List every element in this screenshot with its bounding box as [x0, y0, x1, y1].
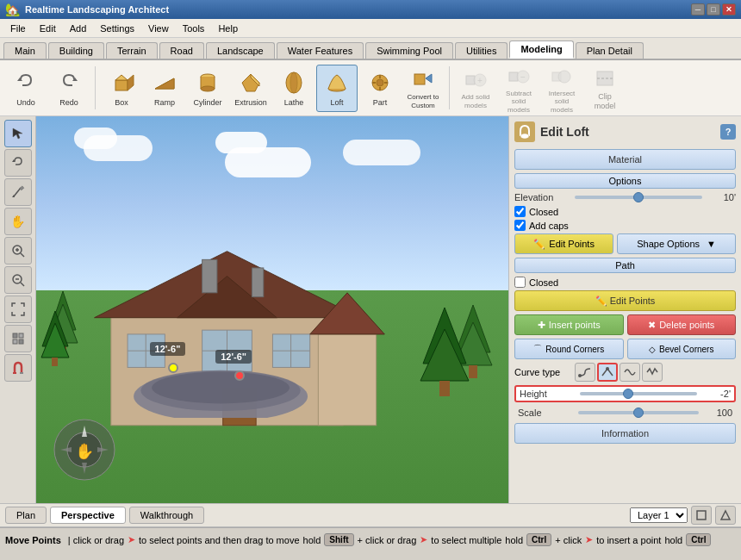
curve-btn-3[interactable] [620, 363, 640, 382]
add-solid-button[interactable]: + Add solidmodels [455, 65, 496, 112]
closed-shape-checkbox[interactable] [514, 206, 526, 217]
loft-button[interactable]: Loft [316, 65, 358, 112]
tree-right-2 [419, 303, 470, 407]
cylinder-button[interactable]: Cylinder [187, 65, 228, 112]
svg-rect-41 [13, 333, 17, 338]
height-row: Height -2' [514, 385, 736, 402]
curve-btn-4[interactable] [642, 363, 663, 382]
tab-utilities[interactable]: Utilities [455, 42, 507, 59]
shape-buttons-row: ✏️ Edit Points Shape Options ▼ [514, 233, 736, 254]
magnet-tool[interactable] [4, 354, 32, 382]
cloud-5 [343, 140, 420, 165]
closed-path-checkbox[interactable] [514, 277, 526, 288]
round-corners-button[interactable]: ⌒ Round Corners [514, 339, 624, 359]
closed-path-row: Closed [514, 277, 736, 288]
undo-button[interactable]: Undo [5, 65, 47, 112]
layer-dropdown[interactable]: Layer 1 [630, 507, 688, 523]
edit-points-shape-button[interactable]: ✏️ Edit Points [514, 233, 613, 254]
pencil-tool[interactable] [4, 178, 32, 206]
shift-key: Shift [324, 533, 353, 546]
ramp-icon [151, 69, 178, 96]
status-text-5: + click [555, 535, 582, 545]
help-button[interactable]: ? [720, 124, 736, 140]
menu-file[interactable]: File [3, 22, 33, 35]
menu-add[interactable]: Add [63, 22, 94, 35]
curve-btn-1[interactable] [575, 363, 595, 382]
layer-btn-2[interactable] [715, 506, 736, 525]
closed-shape-row: Closed [514, 206, 736, 217]
status-text-4: to select multiple [431, 535, 501, 545]
measure-dot-red [234, 370, 245, 381]
tab-pool[interactable]: Swimming Pool [365, 42, 453, 59]
menu-tools[interactable]: Tools [176, 22, 212, 35]
edit-points-path-button[interactable]: ✏️ Edit Points [514, 290, 736, 311]
box-button[interactable]: Box [101, 65, 142, 112]
hand-tool[interactable]: ✋ [4, 208, 32, 235]
convert-button[interactable]: Convert toCustom [402, 65, 444, 112]
tab-water[interactable]: Water Features [277, 42, 364, 59]
intersect-button[interactable]: Intersect solidmodels [541, 65, 582, 112]
tab-modeling[interactable]: Modeling [509, 40, 573, 59]
svg-marker-6 [155, 78, 174, 89]
bevel-icon: ◇ [649, 345, 656, 354]
material-button[interactable]: Material [514, 149, 736, 170]
tab-road[interactable]: Road [159, 42, 204, 59]
insert-points-button[interactable]: ✚ Insert points [514, 314, 624, 335]
loft-label: Loft [330, 98, 343, 108]
scale-row: Scale 100 [514, 406, 736, 420]
redo-button[interactable]: Redo [48, 65, 90, 112]
tab-plan-detail[interactable]: Plan Detail [576, 42, 644, 59]
scale-slider[interactable] [578, 411, 699, 414]
svg-point-9 [201, 86, 215, 91]
tab-walkthrough[interactable]: Walkthrough [129, 507, 204, 524]
menu-view[interactable]: View [141, 22, 176, 35]
add-caps-checkbox[interactable] [514, 220, 526, 231]
curve-btn-2[interactable] [597, 363, 618, 382]
clip-icon [591, 65, 619, 90]
subtract-button[interactable]: − Subtract solidmodels [498, 65, 539, 112]
svg-text:✋: ✋ [75, 442, 95, 461]
elevation-slider[interactable] [575, 196, 702, 199]
tab-perspective[interactable]: Perspective [50, 507, 126, 524]
redo-label: Redo [59, 98, 78, 108]
svg-text:+: + [477, 76, 483, 85]
zoom-in-tool[interactable] [4, 237, 32, 264]
subtract-icon: − [505, 62, 532, 88]
clip-label: Clip model [587, 92, 623, 111]
bevel-corners-button[interactable]: ◇ Bevel Corners [627, 339, 737, 359]
scale-label: Scale [518, 408, 578, 418]
close-button[interactable]: ✕ [722, 3, 736, 16]
select-tool[interactable] [4, 120, 32, 147]
menu-help[interactable]: Help [211, 22, 245, 35]
height-slider[interactable] [580, 392, 697, 395]
extrusion-button[interactable]: Extrusion [230, 65, 271, 112]
layer-btn-1[interactable] [691, 506, 712, 525]
tab-main[interactable]: Main [3, 42, 47, 59]
svg-marker-3 [115, 75, 128, 80]
tab-terrain[interactable]: Terrain [106, 42, 158, 59]
box-label: Box [115, 98, 128, 108]
menu-edit[interactable]: Edit [33, 22, 63, 35]
undo-tool[interactable] [4, 149, 32, 177]
extent-tool[interactable] [4, 296, 32, 323]
zoom-out-tool[interactable] [4, 266, 32, 294]
part-label: Part [373, 98, 388, 108]
lathe-button[interactable]: Lathe [273, 65, 314, 112]
delete-points-button[interactable]: ✖ Delete points [627, 314, 737, 335]
tab-plan[interactable]: Plan [5, 507, 47, 524]
ramp-button[interactable]: Ramp [144, 65, 185, 112]
path-section-header[interactable]: Path [514, 258, 736, 273]
information-button[interactable]: Information [514, 423, 736, 444]
tab-landscape[interactable]: Landscape [206, 42, 275, 59]
maximize-button[interactable]: □ [707, 3, 720, 16]
minimize-button[interactable]: ─ [691, 3, 705, 16]
height-label: Height [520, 389, 580, 399]
tab-building[interactable]: Building [48, 42, 104, 59]
options-section-header[interactable]: Options [514, 173, 736, 189]
grid-tool[interactable] [4, 325, 32, 352]
clip-button[interactable]: Clip model [584, 65, 626, 112]
part-button[interactable]: Part [359, 65, 401, 112]
menu-settings[interactable]: Settings [93, 22, 141, 35]
shape-options-button[interactable]: Shape Options ▼ [617, 233, 736, 254]
curve-type-buttons [575, 363, 663, 382]
